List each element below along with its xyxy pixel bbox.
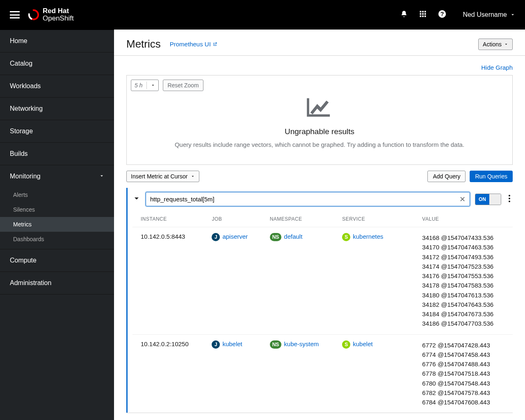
clear-query-icon[interactable]: ✕ <box>455 195 470 204</box>
brand-line1: Red Hat <box>43 7 74 15</box>
run-queries-button[interactable]: Run Queries <box>470 171 513 182</box>
sidebar-item-label: Builds <box>10 150 28 158</box>
reset-zoom-button[interactable]: Reset Zoom <box>163 80 203 91</box>
sidebar-item-dashboards[interactable]: Dashboards <box>0 232 114 247</box>
graph-panel: 5 h Reset Zoom Ungraphable results Query… <box>126 75 513 165</box>
chevron-down-icon <box>191 174 195 178</box>
external-link-icon <box>212 42 217 47</box>
button-label: Actions <box>483 41 502 48</box>
chevron-down-icon <box>99 173 104 180</box>
link-label: Prometheus UI <box>170 41 211 48</box>
sidebar-item-label: Dashboards <box>13 236 44 242</box>
kebab-menu-icon[interactable] <box>506 195 513 204</box>
svg-rect-4 <box>425 11 426 13</box>
svg-rect-9 <box>422 16 424 17</box>
link-label: Hide Graph <box>481 64 513 71</box>
svg-rect-10 <box>425 16 426 17</box>
sidebar-item-home[interactable]: Home <box>0 30 114 52</box>
sidebar-item-alerts[interactable]: Alerts <box>0 187 114 202</box>
help-icon[interactable]: ? <box>438 10 446 20</box>
cell-instance: 10.142.0.5:8443 <box>132 227 203 335</box>
add-query-button[interactable]: Add Query <box>427 171 466 182</box>
user-menu[interactable]: Ned Username <box>463 11 515 18</box>
sidebar-item-compute[interactable]: Compute <box>0 249 114 272</box>
redhat-logo-icon <box>28 9 39 21</box>
chevron-down-icon <box>504 42 508 46</box>
brand-line2: OpenShift <box>43 15 74 22</box>
hide-graph-link[interactable]: Hide Graph <box>126 64 513 71</box>
empty-title: Ungraphable results <box>139 127 500 136</box>
chevron-down-icon <box>132 194 141 203</box>
page-header: Metrics Prometheus UI Actions <box>114 30 525 56</box>
namespace-link[interactable]: default <box>284 233 302 240</box>
sidebar-item-workloads[interactable]: Workloads <box>0 75 114 98</box>
query-toggle[interactable]: ON <box>475 194 501 205</box>
sidebar-item-builds[interactable]: Builds <box>0 143 114 165</box>
cell-job: Japiserver <box>203 227 261 335</box>
sidebar-item-monitoring[interactable]: Monitoring <box>0 165 114 187</box>
sidebar-item-silences[interactable]: Silences <box>0 202 114 217</box>
th-value: VALUE <box>397 210 513 227</box>
actions-button[interactable]: Actions <box>478 39 513 50</box>
chevron-down-icon <box>151 83 155 87</box>
sidebar-item-catalog[interactable]: Catalog <box>0 52 114 75</box>
user-name: Ned Username <box>463 11 507 18</box>
query-input-wrap: ✕ <box>146 192 470 206</box>
sidebar-item-label: Silences <box>13 206 35 213</box>
sidebar-item-label: Workloads <box>10 82 41 90</box>
chevron-down-icon <box>510 12 515 17</box>
time-window-select[interactable]: 5 h <box>131 80 159 91</box>
service-link[interactable]: kubernetes <box>353 233 383 240</box>
svg-text:?: ? <box>441 11 444 17</box>
sidebar-item-label: Monitoring <box>10 173 41 180</box>
svg-rect-2 <box>420 11 422 13</box>
sidebar-item-metrics[interactable]: Metrics <box>0 217 114 232</box>
th-service: SERVICE <box>334 210 397 227</box>
hamburger-menu-icon[interactable] <box>10 11 20 18</box>
sidebar-item-label: Administration <box>10 279 51 287</box>
sidebar-item-storage[interactable]: Storage <box>0 120 114 143</box>
query-panel: ✕ ON INSTANCE JOB <box>126 188 513 413</box>
masthead: Red Hat OpenShift ? Ned Username <box>0 0 525 30</box>
cell-values: 34168 @1547047433.53634170 @1547047463.5… <box>397 227 513 335</box>
svg-point-15 <box>509 201 510 202</box>
main: Metrics Prometheus UI Actions Hide Graph… <box>114 30 525 420</box>
insert-metric-button[interactable]: Insert Metric at Cursor <box>126 171 199 182</box>
cell-service: Skubernetes <box>334 227 397 335</box>
service-link[interactable]: kubelet <box>353 340 372 347</box>
select-value: 5 h <box>135 82 142 89</box>
brand: Red Hat OpenShift <box>28 7 74 22</box>
cell-namespace: NSdefault <box>262 227 334 335</box>
svg-rect-8 <box>420 16 422 17</box>
query-toolbar: Insert Metric at Cursor Add Query Run Qu… <box>126 171 513 182</box>
sidebar-item-label: Storage <box>10 128 33 135</box>
svg-rect-5 <box>420 13 422 15</box>
toggle-label: ON <box>475 194 489 205</box>
sidebar-item-label: Networking <box>10 105 43 112</box>
cell-service: Skubelet <box>334 334 397 413</box>
svg-point-14 <box>509 198 510 199</box>
cell-job: Jkubelet <box>203 334 261 413</box>
namespace-link[interactable]: kube-system <box>284 340 319 347</box>
collapse-toggle[interactable] <box>132 194 141 204</box>
table-row: 10.142.0.5:8443JapiserverNSdefaultSkuber… <box>132 227 513 335</box>
job-link[interactable]: kubelet <box>222 340 242 347</box>
empty-body: Query results include range vectors, whi… <box>139 141 500 148</box>
sidebar-item-label: Compute <box>10 257 37 264</box>
sidebar: Home Catalog Workloads Networking Storag… <box>0 30 114 420</box>
query-input[interactable] <box>146 192 455 206</box>
svg-rect-6 <box>422 13 424 15</box>
sidebar-item-label: Alerts <box>13 192 28 198</box>
apps-grid-icon[interactable] <box>419 10 427 19</box>
sidebar-item-label: Home <box>10 37 27 45</box>
svg-rect-7 <box>425 13 426 15</box>
cell-instance: 10.142.0.2:10250 <box>132 334 203 413</box>
sidebar-item-networking[interactable]: Networking <box>0 98 114 120</box>
results-table: INSTANCE JOB NAMESPACE SERVICE VALUE 10.… <box>126 210 513 413</box>
bell-icon[interactable] <box>400 10 408 19</box>
th-instance: INSTANCE <box>132 210 203 227</box>
job-link[interactable]: apiserver <box>222 233 248 240</box>
prometheus-ui-link[interactable]: Prometheus UI <box>170 41 217 48</box>
sidebar-item-label: Metrics <box>13 221 32 228</box>
sidebar-item-administration[interactable]: Administration <box>0 272 114 294</box>
